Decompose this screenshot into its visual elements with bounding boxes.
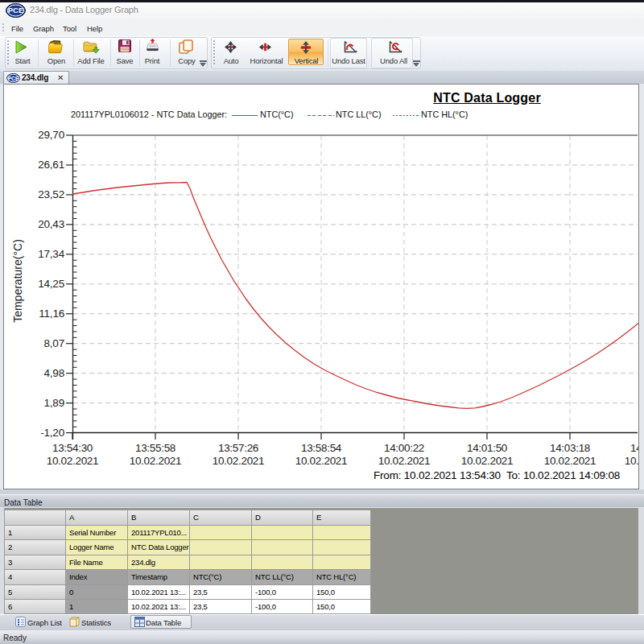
svg-text:PCE: PCE (8, 6, 24, 14)
svg-text:PCE: PCE (8, 76, 19, 81)
